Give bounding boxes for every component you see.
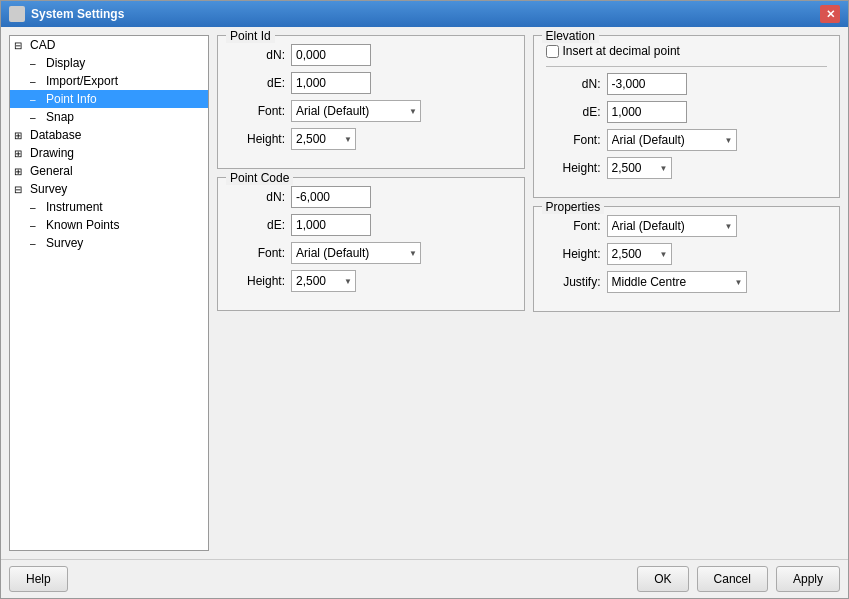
elevation-height-wrapper: 2,500 1,000 3,000 [607,157,672,179]
expand-icon-survey: – [30,238,46,249]
point-code-dn-label: dN: [230,190,285,204]
properties-justify-select[interactable]: Middle Centre Top Left Top Centre Top Ri… [607,271,747,293]
point-code-font-row: Font: Arial (Default) Arial Times New Ro… [230,242,512,264]
sidebar-item-knownpoints[interactable]: – Known Points [10,216,208,234]
sidebar-item-label: Display [46,56,85,70]
point-code-height-label: Height: [230,274,285,288]
point-code-dn-row: dN: [230,186,512,208]
sidebar-item-survey[interactable]: – Survey [10,234,208,252]
titlebar-controls: ✕ [820,5,840,23]
sidebar-item-display[interactable]: – Display [10,54,208,72]
point-id-dn-input[interactable] [291,44,371,66]
sidebar-item-drawing[interactable]: ⊞ Drawing [10,144,208,162]
point-code-section: Point Code dN: dE: Font: [217,177,525,311]
properties-font-row: Font: Arial (Default) Arial Times New Ro… [546,215,828,237]
expand-icon-snap: – [30,112,46,123]
titlebar-title: System Settings [9,6,124,22]
properties-justify-wrapper: Middle Centre Top Left Top Centre Top Ri… [607,271,747,293]
elevation-label: Elevation [542,29,599,43]
spacer [533,320,841,551]
sidebar-item-label: Snap [46,110,74,124]
elevation-de-input[interactable] [607,101,687,123]
elevation-font-wrapper: Arial (Default) Arial Times New Roman [607,129,737,151]
properties-justify-label: Justify: [546,275,601,289]
elevation-dn-input[interactable] [607,73,687,95]
sidebar-item-label: Import/Export [46,74,118,88]
point-code-height-row: Height: 2,500 1,000 3,000 [230,270,512,292]
sidebar-item-label: Database [30,128,81,142]
expand-icon-database: ⊞ [14,130,30,141]
elevation-checkbox[interactable] [546,45,559,58]
window-icon [9,6,25,22]
point-id-font-wrapper: Arial (Default) Arial Times New Roman [291,100,421,122]
point-id-height-row: Height: 2,500 1,000 3,000 [230,128,512,150]
elevation-font-row: Font: Arial (Default) Arial Times New Ro… [546,129,828,151]
point-id-dn-label: dN: [230,48,285,62]
point-code-dn-input[interactable] [291,186,371,208]
window-title: System Settings [31,7,124,21]
elevation-checkbox-row: Insert at decimal point [546,44,828,58]
point-id-de-input[interactable] [291,72,371,94]
point-id-height-select[interactable]: 2,500 1,000 3,000 [291,128,356,150]
sidebar-item-label: Survey [30,182,67,196]
properties-height-label: Height: [546,247,601,261]
sidebar-item-importexport[interactable]: – Import/Export [10,72,208,90]
left-panel-group: Point Id dN: dE: Font: [217,35,525,551]
content-area: ⊟ CAD – Display – Import/Export – Point … [1,27,848,559]
expand-icon-knownpoints: – [30,220,46,231]
help-button[interactable]: Help [9,566,68,592]
point-code-label: Point Code [226,171,293,185]
elevation-dn-label: dN: [546,77,601,91]
expand-icon-cad: ⊟ [14,40,30,51]
sidebar-item-label: General [30,164,73,178]
sidebar-item-label: CAD [30,38,55,52]
sidebar-item-general[interactable]: ⊞ General [10,162,208,180]
sidebar-item-cad[interactable]: ⊟ CAD [10,36,208,54]
point-code-height-wrapper: 2,500 1,000 3,000 [291,270,356,292]
close-button[interactable]: ✕ [820,5,840,23]
apply-button[interactable]: Apply [776,566,840,592]
properties-font-label: Font: [546,219,601,233]
elevation-font-select[interactable]: Arial (Default) Arial Times New Roman [607,129,737,151]
sidebar-item-database[interactable]: ⊞ Database [10,126,208,144]
sidebar-item-snap[interactable]: – Snap [10,108,208,126]
right-panel-group: Elevation Insert at decimal point dN: dE… [533,35,841,551]
properties-section: Properties Font: Arial (Default) Arial T… [533,206,841,312]
point-code-height-select[interactable]: 2,500 1,000 3,000 [291,270,356,292]
titlebar: System Settings ✕ [1,1,848,27]
sidebar-item-label: Point Info [46,92,97,106]
cancel-button[interactable]: Cancel [697,566,768,592]
expand-icon-importexport: – [30,76,46,87]
point-code-font-wrapper: Arial (Default) Arial Times New Roman [291,242,421,264]
properties-justify-row: Justify: Middle Centre Top Left Top Cent… [546,271,828,293]
sidebar-item-label: Known Points [46,218,119,232]
point-id-de-row: dE: [230,72,512,94]
ok-button[interactable]: OK [637,566,688,592]
action-buttons: OK Cancel Apply [637,566,840,592]
elevation-height-select[interactable]: 2,500 1,000 3,000 [607,157,672,179]
expand-icon-survey-group: ⊟ [14,184,30,195]
sidebar-item-instrument[interactable]: – Instrument [10,198,208,216]
properties-height-select[interactable]: 2,500 1,000 3,000 [607,243,672,265]
main-panel: Point Id dN: dE: Font: [217,35,840,551]
properties-label: Properties [542,200,605,214]
point-code-de-row: dE: [230,214,512,236]
sidebar-item-survey-group[interactable]: ⊟ Survey [10,180,208,198]
point-code-font-label: Font: [230,246,285,260]
point-id-font-label: Font: [230,104,285,118]
expand-icon-display: – [30,58,46,69]
point-id-font-select[interactable]: Arial (Default) Arial Times New Roman [291,100,421,122]
point-id-de-label: dE: [230,76,285,90]
expand-icon-instrument: – [30,202,46,213]
elevation-font-label: Font: [546,133,601,147]
sidebar-tree: ⊟ CAD – Display – Import/Export – Point … [9,35,209,551]
sidebar-item-label: Instrument [46,200,103,214]
sidebar-item-pointinfo[interactable]: – Point Info [10,90,208,108]
elevation-section: Elevation Insert at decimal point dN: dE… [533,35,841,198]
point-code-de-input[interactable] [291,214,371,236]
point-code-de-label: dE: [230,218,285,232]
point-code-font-select[interactable]: Arial (Default) Arial Times New Roman [291,242,421,264]
elevation-height-label: Height: [546,161,601,175]
sidebar-item-label: Survey [46,236,83,250]
properties-font-select[interactable]: Arial (Default) Arial Times New Roman [607,215,737,237]
